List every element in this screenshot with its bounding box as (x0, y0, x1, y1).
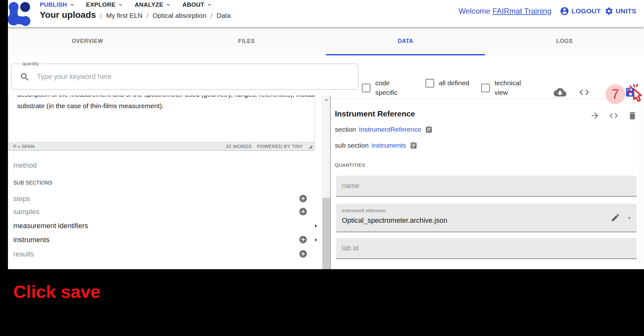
resize-handle-icon[interactable] (308, 144, 313, 149)
checkbox-box[interactable] (362, 84, 370, 92)
menu-about[interactable]: ABOUT (182, 1, 212, 8)
editor-clipped-line: description of the measurement and of th… (17, 95, 315, 98)
clipboard-icon[interactable] (410, 142, 418, 150)
entry-tabs: OVERVIEW FILES DATA LOGS (8, 27, 644, 55)
app-header: PUBLISH EXPLORE ANALYZE ABOUT Your uploa… (8, 0, 644, 27)
edit-pencil-icon[interactable] (611, 213, 620, 222)
expand-arrow-icon[interactable] (626, 214, 633, 221)
tab-data[interactable]: DATA (326, 27, 485, 55)
search-placeholder: Type your keyword here (37, 64, 112, 89)
section-definition-link[interactable]: InstrumentReference (359, 126, 421, 133)
editor-element-path[interactable]: P » SPAN (13, 144, 34, 149)
breadcrumb-separator: / (147, 12, 149, 19)
subsection-definition-row: sub section instruments (335, 141, 418, 150)
expand-arrow-icon[interactable] (312, 222, 320, 230)
subsections-heading: SUB SECTIONS (13, 180, 52, 186)
click-cursor-icon (626, 83, 644, 103)
subsection-label[interactable]: instruments (13, 236, 50, 244)
checkbox-technical-view[interactable]: technical view (481, 78, 527, 97)
chevron-down-icon (206, 2, 213, 8)
breadcrumb-item-entry[interactable]: Optical absorption (153, 12, 206, 19)
menu-analyze-label: ANALYZE (135, 1, 163, 8)
instrument-reference-field[interactable]: instrument reference Optical_spectromete… (336, 204, 637, 232)
chevron-down-icon (117, 2, 124, 8)
username-link[interactable]: FAIRmat Training (492, 7, 551, 15)
expand-arrow-icon[interactable] (312, 236, 320, 244)
step-number: 7 (612, 87, 619, 102)
clipboard-icon[interactable] (425, 126, 433, 134)
lab-id-field[interactable]: lab id (336, 238, 637, 259)
gear-icon (605, 7, 613, 16)
editor-status-bar: P » SPAN 32 WORDS POWERED BY TINY (9, 142, 315, 150)
chevron-down-icon (69, 2, 75, 8)
right-panel-scrollbar[interactable] (640, 99, 644, 269)
delete-section-icon[interactable] (627, 111, 637, 121)
panel-top-border (331, 99, 644, 99)
tab-logs[interactable]: LOGS (485, 27, 644, 55)
search-icon (20, 72, 30, 82)
menu-explore-label: EXPLORE (86, 1, 116, 8)
breadcrumb-item-upload[interactable]: My first ELN (106, 12, 142, 19)
menu-about-label: ABOUT (182, 1, 204, 8)
editor-word-count: 32 WORDS (226, 144, 252, 149)
menu-publish-label: PUBLISH (40, 1, 67, 8)
panel-title: Instrument Reference (335, 109, 415, 118)
section-label: section (335, 126, 356, 133)
section-definition-row: section InstrumentReference (335, 125, 433, 134)
section-code-view-icon[interactable] (609, 111, 619, 121)
tutorial-letterbox: Click save (0, 269, 644, 336)
add-samples-button[interactable] (299, 207, 308, 216)
download-archive-icon[interactable] (554, 86, 566, 99)
subsection-label[interactable]: samples (13, 208, 39, 216)
code-view-icon[interactable] (578, 87, 590, 98)
scroll-up-icon[interactable] (323, 97, 329, 103)
field-value: Optical_spectrometer.archive.json (342, 216, 447, 225)
checkbox-box[interactable] (481, 84, 490, 92)
search-input[interactable]: quantity Type your keyword here (11, 64, 358, 90)
subsection-definition-link[interactable]: instruments (371, 142, 406, 149)
menu-publish[interactable]: PUBLISH (40, 1, 75, 8)
logout-button[interactable]: LOGOUT (560, 6, 601, 16)
checkbox-label: technical view (495, 78, 527, 97)
units-button[interactable]: UNITS (605, 7, 636, 16)
menu-explore[interactable]: EXPLORE (86, 1, 124, 8)
name-field-placeholder: name (342, 176, 359, 196)
breadcrumb-item-data[interactable]: Data (217, 12, 231, 19)
subsection-label[interactable]: measurement identifiers (13, 222, 88, 230)
instrument-reference-panel: Instrument Reference section InstrumentR… (331, 95, 644, 269)
app-window: PUBLISH EXPLORE ANALYZE ABOUT Your uploa… (8, 0, 644, 269)
field-label: instrument reference (342, 208, 386, 213)
subsection-label[interactable]: results (13, 250, 34, 258)
active-tab-indicator (326, 54, 485, 55)
description-richtext-editor[interactable]: description of the measurement and of th… (9, 95, 315, 150)
breadcrumb-separator: / (100, 12, 102, 19)
add-instruments-button[interactable] (299, 235, 308, 244)
nomad-logo-icon[interactable] (8, 1, 35, 27)
tutorial-instruction: Click save (13, 281, 100, 302)
breadcrumb-separator: / (211, 12, 212, 19)
chevron-down-icon (165, 2, 171, 8)
data-content: description of the measurement and of th… (8, 95, 644, 269)
tab-overview[interactable]: OVERVIEW (8, 27, 167, 55)
lab-id-field-placeholder: lab id (342, 238, 359, 258)
menu-analyze[interactable]: ANALYZE (135, 1, 171, 8)
checkbox-box[interactable] (426, 79, 434, 88)
main-menu: PUBLISH EXPLORE ANALYZE ABOUT (40, 0, 213, 9)
navigate-to-section-icon[interactable] (590, 111, 600, 121)
subsection-label[interactable]: steps (13, 195, 30, 203)
tutorial-step-badge: 7 (606, 84, 625, 104)
checkbox-all-defined[interactable]: all defined (426, 78, 471, 88)
add-results-button[interactable] (299, 249, 308, 258)
editor-powered-by: POWERED BY TINY (257, 144, 303, 149)
add-steps-button[interactable] (299, 194, 308, 203)
subsection-label: sub section (335, 142, 369, 149)
account-area: Welcome FAIRmat Training LOGOUT UNITS (459, 6, 636, 17)
checkbox-label: all defined (439, 78, 471, 88)
scrollbar-thumb[interactable] (322, 198, 330, 269)
checkbox-code-specific[interactable]: code specific (362, 78, 408, 97)
left-panel-scrollbar[interactable] (322, 95, 330, 269)
name-field[interactable]: name (336, 176, 637, 197)
account-circle-icon (560, 6, 569, 16)
quantity-method[interactable]: method (13, 161, 37, 170)
tab-files[interactable]: FILES (167, 27, 326, 55)
